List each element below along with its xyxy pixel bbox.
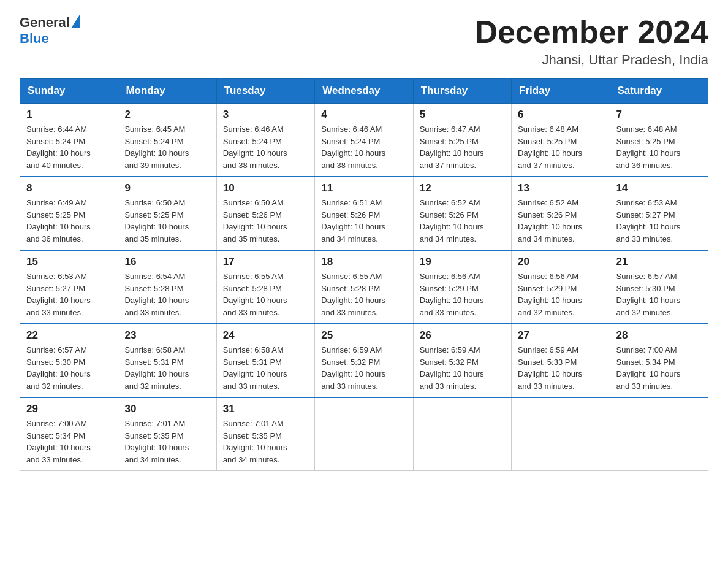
- day-info: Sunrise: 7:01 AM Sunset: 5:35 PM Dayligh…: [124, 418, 210, 465]
- day-number: 26: [420, 329, 505, 342]
- calendar-cell: 30Sunrise: 7:01 AM Sunset: 5:35 PM Dayli…: [118, 397, 216, 471]
- calendar-week-row: 22Sunrise: 6:57 AM Sunset: 5:30 PM Dayli…: [20, 324, 708, 397]
- day-info: Sunrise: 6:55 AM Sunset: 5:28 PM Dayligh…: [321, 270, 406, 318]
- calendar-cell: 10Sunrise: 6:50 AM Sunset: 5:26 PM Dayli…: [216, 177, 314, 250]
- calendar-week-row: 1Sunrise: 6:44 AM Sunset: 5:24 PM Daylig…: [20, 104, 708, 177]
- day-number: 11: [321, 182, 406, 194]
- calendar-cell: 12Sunrise: 6:52 AM Sunset: 5:26 PM Dayli…: [413, 177, 511, 250]
- day-number: 14: [616, 182, 702, 194]
- day-number: 15: [26, 256, 112, 268]
- day-number: 16: [124, 256, 210, 268]
- day-info: Sunrise: 6:57 AM Sunset: 5:30 PM Dayligh…: [616, 270, 702, 318]
- day-info: Sunrise: 7:01 AM Sunset: 5:35 PM Dayligh…: [223, 418, 308, 465]
- location-title: Jhansi, Uttar Pradesh, India: [474, 52, 708, 68]
- column-header-sunday: Sunday: [20, 79, 118, 104]
- calendar-cell: 31Sunrise: 7:01 AM Sunset: 5:35 PM Dayli…: [216, 397, 314, 471]
- calendar-cell: 14Sunrise: 6:53 AM Sunset: 5:27 PM Dayli…: [610, 177, 708, 250]
- day-info: Sunrise: 6:59 AM Sunset: 5:32 PM Dayligh…: [321, 344, 406, 392]
- day-number: 27: [518, 329, 603, 342]
- day-info: Sunrise: 6:54 AM Sunset: 5:28 PM Dayligh…: [124, 270, 210, 318]
- day-number: 4: [321, 109, 406, 121]
- day-number: 24: [223, 329, 308, 342]
- calendar-cell: 15Sunrise: 6:53 AM Sunset: 5:27 PM Dayli…: [20, 250, 118, 324]
- calendar-cell: [512, 397, 610, 471]
- day-info: Sunrise: 6:51 AM Sunset: 5:26 PM Dayligh…: [321, 197, 406, 245]
- calendar-cell: 7Sunrise: 6:48 AM Sunset: 5:25 PM Daylig…: [610, 104, 708, 177]
- logo-triangle-icon: [71, 15, 80, 28]
- day-info: Sunrise: 6:56 AM Sunset: 5:29 PM Dayligh…: [518, 270, 603, 318]
- day-info: Sunrise: 6:50 AM Sunset: 5:26 PM Dayligh…: [223, 197, 308, 245]
- column-header-saturday: Saturday: [610, 79, 708, 104]
- day-number: 12: [420, 182, 505, 194]
- day-info: Sunrise: 6:48 AM Sunset: 5:25 PM Dayligh…: [616, 123, 702, 171]
- logo-general-text: General: [20, 15, 70, 31]
- calendar-header-row: SundayMondayTuesdayWednesdayThursdayFrid…: [20, 79, 708, 104]
- day-number: 7: [616, 109, 702, 121]
- calendar-cell: 5Sunrise: 6:47 AM Sunset: 5:25 PM Daylig…: [413, 104, 511, 177]
- day-info: Sunrise: 7:00 AM Sunset: 5:34 PM Dayligh…: [26, 418, 112, 465]
- calendar-table: SundayMondayTuesdayWednesdayThursdayFrid…: [20, 78, 708, 471]
- calendar-cell: [413, 397, 511, 471]
- calendar-cell: 2Sunrise: 6:45 AM Sunset: 5:24 PM Daylig…: [118, 104, 216, 177]
- day-number: 25: [321, 329, 406, 342]
- day-number: 20: [518, 256, 603, 268]
- day-number: 28: [616, 329, 702, 342]
- day-info: Sunrise: 6:52 AM Sunset: 5:26 PM Dayligh…: [518, 197, 603, 245]
- day-number: 2: [124, 109, 210, 121]
- calendar-cell: [315, 397, 413, 471]
- calendar-cell: 9Sunrise: 6:50 AM Sunset: 5:25 PM Daylig…: [118, 177, 216, 250]
- column-header-wednesday: Wednesday: [315, 79, 413, 104]
- day-number: 6: [518, 109, 603, 121]
- page-header: General Blue December 2024 Jhansi, Uttar…: [20, 15, 708, 68]
- calendar-week-row: 8Sunrise: 6:49 AM Sunset: 5:25 PM Daylig…: [20, 177, 708, 250]
- day-info: Sunrise: 6:57 AM Sunset: 5:30 PM Dayligh…: [26, 344, 112, 392]
- calendar-cell: 16Sunrise: 6:54 AM Sunset: 5:28 PM Dayli…: [118, 250, 216, 324]
- day-info: Sunrise: 6:46 AM Sunset: 5:24 PM Dayligh…: [321, 123, 406, 171]
- calendar-cell: 19Sunrise: 6:56 AM Sunset: 5:29 PM Dayli…: [413, 250, 511, 324]
- calendar-cell: 20Sunrise: 6:56 AM Sunset: 5:29 PM Dayli…: [512, 250, 610, 324]
- logo: General Blue: [20, 15, 80, 47]
- day-info: Sunrise: 6:47 AM Sunset: 5:25 PM Dayligh…: [420, 123, 505, 171]
- calendar-cell: 17Sunrise: 6:55 AM Sunset: 5:28 PM Dayli…: [216, 250, 314, 324]
- calendar-cell: [610, 397, 708, 471]
- day-info: Sunrise: 6:58 AM Sunset: 5:31 PM Dayligh…: [124, 344, 210, 392]
- day-info: Sunrise: 6:44 AM Sunset: 5:24 PM Dayligh…: [26, 123, 112, 171]
- column-header-tuesday: Tuesday: [216, 79, 314, 104]
- day-number: 18: [321, 256, 406, 268]
- day-number: 29: [26, 403, 112, 415]
- calendar-cell: 21Sunrise: 6:57 AM Sunset: 5:30 PM Dayli…: [610, 250, 708, 324]
- calendar-cell: 29Sunrise: 7:00 AM Sunset: 5:34 PM Dayli…: [20, 397, 118, 471]
- calendar-week-row: 29Sunrise: 7:00 AM Sunset: 5:34 PM Dayli…: [20, 397, 708, 471]
- day-info: Sunrise: 6:49 AM Sunset: 5:25 PM Dayligh…: [26, 197, 112, 245]
- calendar-cell: 18Sunrise: 6:55 AM Sunset: 5:28 PM Dayli…: [315, 250, 413, 324]
- calendar-cell: 23Sunrise: 6:58 AM Sunset: 5:31 PM Dayli…: [118, 324, 216, 397]
- calendar-cell: 8Sunrise: 6:49 AM Sunset: 5:25 PM Daylig…: [20, 177, 118, 250]
- logo-blue-text: Blue: [20, 31, 49, 46]
- column-header-thursday: Thursday: [413, 79, 511, 104]
- day-number: 30: [124, 403, 210, 415]
- day-info: Sunrise: 6:59 AM Sunset: 5:33 PM Dayligh…: [518, 344, 603, 392]
- day-number: 10: [223, 182, 308, 194]
- day-number: 17: [223, 256, 308, 268]
- calendar-cell: 22Sunrise: 6:57 AM Sunset: 5:30 PM Dayli…: [20, 324, 118, 397]
- calendar-cell: 28Sunrise: 7:00 AM Sunset: 5:34 PM Dayli…: [610, 324, 708, 397]
- day-info: Sunrise: 6:53 AM Sunset: 5:27 PM Dayligh…: [616, 197, 702, 245]
- day-info: Sunrise: 6:56 AM Sunset: 5:29 PM Dayligh…: [420, 270, 505, 318]
- day-number: 21: [616, 256, 702, 268]
- day-number: 8: [26, 182, 112, 194]
- day-info: Sunrise: 6:59 AM Sunset: 5:32 PM Dayligh…: [420, 344, 505, 392]
- day-number: 1: [26, 109, 112, 121]
- day-info: Sunrise: 6:45 AM Sunset: 5:24 PM Dayligh…: [124, 123, 210, 171]
- column-header-friday: Friday: [512, 79, 610, 104]
- day-number: 13: [518, 182, 603, 194]
- calendar-cell: 13Sunrise: 6:52 AM Sunset: 5:26 PM Dayli…: [512, 177, 610, 250]
- day-number: 5: [420, 109, 505, 121]
- day-info: Sunrise: 7:00 AM Sunset: 5:34 PM Dayligh…: [616, 344, 702, 392]
- day-info: Sunrise: 6:55 AM Sunset: 5:28 PM Dayligh…: [223, 270, 308, 318]
- column-header-monday: Monday: [118, 79, 216, 104]
- day-number: 19: [420, 256, 505, 268]
- day-info: Sunrise: 6:58 AM Sunset: 5:31 PM Dayligh…: [223, 344, 308, 392]
- calendar-cell: 24Sunrise: 6:58 AM Sunset: 5:31 PM Dayli…: [216, 324, 314, 397]
- title-area: December 2024 Jhansi, Uttar Pradesh, Ind…: [474, 15, 708, 68]
- day-info: Sunrise: 6:50 AM Sunset: 5:25 PM Dayligh…: [124, 197, 210, 245]
